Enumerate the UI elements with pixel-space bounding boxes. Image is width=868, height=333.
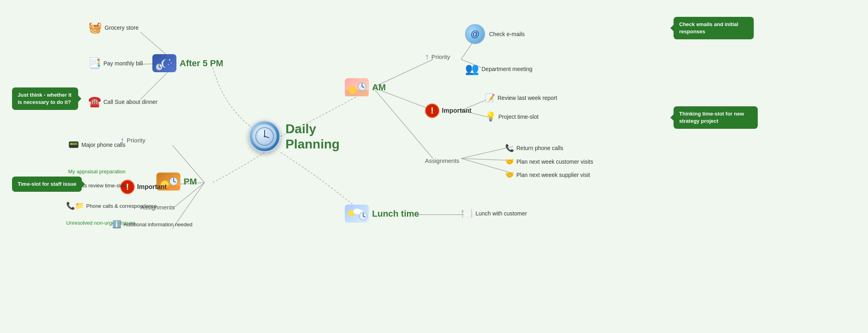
- call-sue-label: Call Sue about dinner: [103, 99, 158, 105]
- central-title: Daily Planning: [285, 121, 340, 152]
- lunch-icon: [345, 205, 369, 223]
- clock-face: [253, 124, 277, 148]
- check-emails-callout: Check emails and initial responses: [674, 17, 754, 39]
- pm-important-container: ! Important: [120, 180, 167, 194]
- lightbulb-icon: 💡: [485, 112, 496, 122]
- monthly-bill-label: Pay monthly bill: [103, 60, 143, 67]
- project-timeslot-label: Project time-slot: [498, 114, 538, 120]
- email-circle-icon: @: [465, 24, 485, 44]
- project-timeslot-item: 💡 Project time-slot: [485, 112, 538, 122]
- svg-point-37: [348, 86, 356, 94]
- svg-point-25: [168, 64, 169, 65]
- grocery-store-label: Grocery store: [105, 24, 139, 31]
- just-think-callout: Just think - whether it is necessary to …: [12, 87, 78, 110]
- additional-info-item: ℹ️ Additional information needed: [112, 220, 192, 229]
- am-priority-up-arrow: ↑: [425, 52, 429, 61]
- lunch-label: Lunch time: [372, 209, 419, 219]
- svg-point-24: [171, 63, 172, 63]
- am-assignments-container: Assignments: [425, 157, 459, 164]
- plan-customer-item: 🤝 Plan next week customer visits: [505, 157, 593, 166]
- pm-important-label: Important: [137, 183, 167, 191]
- bills-icon: 📑: [88, 57, 101, 69]
- appraisal-item: My appraisal preparation: [68, 169, 125, 175]
- am-important-icon: !: [425, 104, 439, 118]
- lunch-customer-item: 🍽️ Lunch with customer: [461, 208, 527, 219]
- report-icon: 📝: [485, 93, 495, 103]
- lunch-branch: Lunch time: [345, 205, 419, 223]
- food-icon: 🍽️: [461, 208, 473, 219]
- review-report-item: 📝 Review last week report: [485, 93, 557, 103]
- phone-device-icon: 📟: [68, 140, 79, 150]
- major-phone-calls-item: 📟 Major phone calls: [68, 140, 125, 150]
- thinking-timeslot-callout: Thinking time-slot for new strategy proj…: [674, 106, 758, 129]
- plan-supplier-label: Plan next weeek supplier visit: [516, 172, 590, 178]
- major-phone-calls-label: Major phone calls: [81, 142, 125, 148]
- am-assignments-label: Assignments: [425, 157, 459, 164]
- review-report-label: Review last week report: [498, 95, 557, 101]
- pm-priority-label: Priority: [127, 137, 146, 144]
- timeslot-staff-callout: Time-slot for staff issue: [12, 177, 82, 192]
- central-clock-icon: [249, 120, 281, 152]
- plan-customer-label: Plan next week customer visits: [516, 158, 593, 165]
- lunch-customer-label: Lunch with customer: [475, 210, 527, 217]
- appraisal-label: My appraisal preparation: [68, 169, 125, 175]
- after5pm-branch: After 5 PM: [152, 54, 223, 72]
- mind-map-connections: [0, 0, 868, 333]
- pm-phone-label: Phone calls & correspondence: [86, 203, 157, 209]
- am-priority-container: ↑ Priority: [425, 52, 450, 61]
- phone-return-icon: 📞: [505, 144, 514, 152]
- handshake2-icon: 🤝: [505, 171, 514, 179]
- am-label: AM: [372, 82, 386, 93]
- check-emails-item: @ Check e-mails: [465, 24, 525, 44]
- after5pm-label: After 5 PM: [180, 58, 223, 69]
- pm-label: PM: [184, 177, 197, 187]
- additional-info-label: Additional information needed: [123, 221, 192, 227]
- handshake-icon: 🤝: [505, 157, 514, 166]
- svg-line-5: [373, 87, 433, 158]
- correspondence-icon: 📞📁: [66, 201, 84, 210]
- am-important-container: ! Important: [425, 104, 471, 118]
- shopping-basket-icon: 🧺: [88, 21, 102, 34]
- info-icon: ℹ️: [112, 220, 121, 229]
- am-important-label: Important: [442, 107, 471, 114]
- pm-phone-correspondence-item: 📞📁 Phone calls & correspondence: [66, 201, 157, 210]
- after5pm-icon: [152, 54, 176, 72]
- return-calls-item: 📞 Return phone calls: [505, 144, 563, 152]
- dept-meeting-item: 👥 Department meeting: [465, 62, 532, 75]
- central-node: Daily Planning: [249, 120, 340, 152]
- am-priority-label: Priority: [431, 53, 450, 60]
- check-emails-label: Check e-mails: [489, 31, 525, 37]
- plan-supplier-item: 🤝 Plan next weeek supplier visit: [505, 171, 590, 179]
- meeting-icon: 👥: [465, 62, 479, 75]
- return-calls-label: Return phone calls: [516, 145, 563, 151]
- phone-icon: ☎️: [88, 95, 101, 108]
- dept-meeting-label: Department meeting: [482, 66, 532, 72]
- am-icon: [345, 78, 369, 96]
- grocery-store-item: 🧺 Grocery store: [88, 21, 139, 34]
- monthly-bill-item: 📑 Pay monthly bill: [88, 57, 143, 69]
- svg-point-21: [264, 136, 265, 137]
- am-branch: AM: [345, 78, 386, 96]
- svg-point-23: [169, 59, 170, 60]
- call-sue-item: ☎️ Call Sue about dinner: [88, 95, 158, 108]
